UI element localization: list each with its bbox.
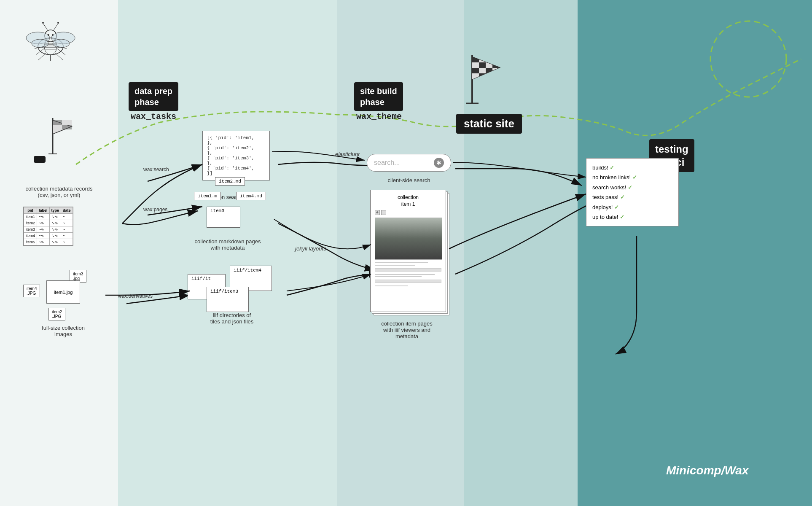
json-search-index-doc: [{ 'pid': 'item1,},{ 'pid': 'item2',},{ … [202, 131, 270, 180]
svg-rect-29 [62, 120, 72, 125]
start-label [34, 156, 46, 163]
site-build-phase-label: site buildphase [354, 82, 403, 111]
svg-line-12 [54, 23, 58, 30]
client-side-search-label: client-side search [371, 177, 447, 183]
svg-point-53 [710, 21, 786, 97]
svg-rect-31 [62, 125, 72, 129]
svg-line-18 [57, 48, 65, 55]
start-flag-icon [44, 114, 78, 158]
static-site-label: static site [456, 114, 522, 134]
svg-rect-36 [472, 57, 479, 62]
svg-line-15 [36, 48, 44, 55]
metadata-table: pidlabeltypedate item1~∿∿∿~ item2~∿∿∿~ i… [23, 207, 73, 246]
svg-rect-40 [472, 62, 479, 68]
svg-rect-28 [53, 120, 62, 125]
markdown-files-label: collection markdown pageswith metadata [186, 238, 270, 251]
svg-rect-45 [479, 68, 486, 73]
wax-pages-arrow-label: wax:pages [143, 207, 167, 213]
elasticlunr-label: elasticlunr [335, 151, 360, 157]
svg-point-13 [57, 22, 59, 24]
static-site-flag-icon [460, 51, 502, 107]
svg-rect-41 [479, 62, 486, 68]
collection-item-pages-label: collection item pageswith iiif viewers a… [365, 320, 449, 339]
col-white-bg [0, 0, 118, 506]
image-files-label: full-size collectionimages [21, 325, 105, 337]
bee-illustration [8, 8, 93, 76]
svg-line-20 [55, 53, 63, 60]
svg-rect-44 [472, 68, 479, 73]
svg-point-11 [42, 22, 44, 24]
svg-rect-39 [492, 57, 500, 62]
iiif-dirs-label: iiif directories oftiles and json files [186, 312, 278, 325]
svg-rect-43 [492, 62, 500, 68]
search-icon: ✱ [434, 158, 444, 168]
svg-rect-30 [53, 125, 62, 129]
wax-search-arrow-label: wax:search [143, 167, 169, 172]
svg-rect-48 [472, 73, 479, 79]
wax-derivatives-label: wax:derivatives [118, 293, 153, 299]
svg-rect-47 [492, 68, 500, 73]
svg-point-21 [48, 34, 49, 36]
svg-point-22 [52, 34, 54, 36]
dashed-circle [696, 13, 801, 105]
search-placeholder: search... [374, 159, 430, 167]
svg-rect-46 [486, 68, 492, 73]
wax-tasks-label: wax_tasks [131, 112, 176, 121]
svg-rect-50 [486, 73, 492, 79]
wax-theme-label: wax_theme [356, 112, 402, 121]
data-prep-phase-label: data prepphase [129, 82, 178, 111]
svg-rect-51 [492, 73, 500, 79]
metadata-table-label: collection metadata records(csv, json, o… [13, 186, 105, 198]
svg-line-10 [43, 23, 48, 30]
search-input-display[interactable]: search... ✱ [367, 154, 451, 172]
checklist-box: builds! ✓ no broken links! ✓ search work… [586, 158, 679, 226]
jekyll-layouts-label: jekyll layouts [295, 245, 326, 252]
minicomp-wax-branding: Minicomp/Wax [666, 464, 749, 477]
svg-line-17 [38, 53, 46, 60]
svg-rect-38 [486, 57, 492, 62]
col-light-teal-bg [118, 0, 337, 506]
